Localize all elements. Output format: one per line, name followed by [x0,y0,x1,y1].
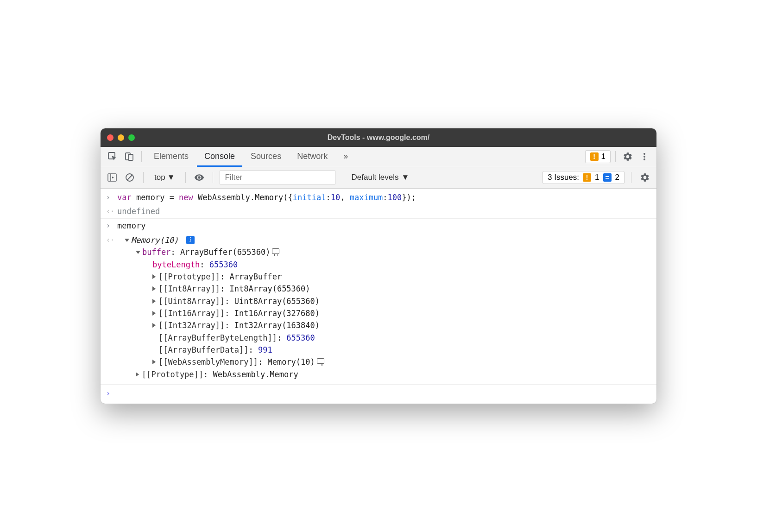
object-property[interactable]: byteLength: 655360 [117,259,651,271]
info-icon: = [603,173,612,182]
window-title: DevTools - www.google.com/ [101,133,656,142]
warnings-badge[interactable]: ! 1 [585,150,611,163]
info-badge-icon[interactable]: i [186,236,195,244]
console-output-row: ‹· undefined [101,204,656,219]
console-input-row: › memory [101,219,656,233]
memory-inspector-icon[interactable] [272,248,279,254]
maximize-window-button[interactable] [128,134,135,141]
divider [141,151,142,162]
output-prompt-icon: ‹· [106,205,117,217]
object-property[interactable]: [[WebAssemblyMemory]]: Memory(10) [117,356,651,368]
svg-rect-2 [128,154,133,160]
show-console-sidebar-icon[interactable] [105,171,119,184]
console-live-prompt[interactable]: › [101,384,656,400]
tab-console[interactable]: Console [197,147,242,167]
expand-toggle-icon[interactable] [152,360,156,364]
warnings-count: 1 [601,152,606,161]
title-bar: DevTools - www.google.com/ [101,128,656,147]
object-property[interactable]: [[ArrayBufferByteLength]]: 655360 [117,332,651,344]
chevron-down-icon: ▼ [167,173,175,182]
divider [631,172,631,183]
expand-toggle-icon[interactable] [152,311,156,316]
svg-point-5 [643,158,645,160]
devtools-window: DevTools - www.google.com/ Elements Cons… [101,128,656,404]
traffic-lights [107,134,135,141]
object-header[interactable]: Memory(10) i [117,234,651,246]
device-toolbar-icon[interactable] [122,149,137,164]
clear-console-icon[interactable] [123,171,137,184]
expand-toggle-icon[interactable] [152,323,156,328]
divider [615,151,616,162]
console-code[interactable]: var memory = new WebAssembly.Memory({ini… [117,191,651,203]
close-window-button[interactable] [107,134,114,141]
console-result-row: ‹· Memory(10) i buffer: ArrayBuffer(6553… [101,233,656,381]
svg-point-3 [643,153,645,155]
filter-input[interactable] [220,171,335,184]
object-property[interactable]: [[Int8Array]]: Int8Array(655360) [117,283,651,295]
context-label: top [154,173,165,182]
object-property[interactable]: [[Prototype]]: WebAssembly.Memory [117,368,651,380]
tab-elements[interactable]: Elements [146,147,196,167]
memory-inspector-icon[interactable] [317,358,324,364]
console-settings-icon[interactable] [638,171,652,184]
input-prompt-icon: › [106,220,117,231]
issues-info-count: 2 [615,173,619,182]
object-property[interactable]: [[Int16Array]]: Int16Array(327680) [117,307,651,319]
issues-warn-count: 1 [595,173,599,182]
issues-label: 3 Issues: [548,173,579,182]
expand-toggle-icon[interactable] [152,286,156,291]
console-output: › var memory = new WebAssembly.Memory({i… [101,189,656,404]
object-property[interactable]: [[Prototype]]: ArrayBuffer [117,271,651,283]
inspect-element-icon[interactable] [105,149,120,164]
issues-badge[interactable]: 3 Issues: ! 1 = 2 [543,171,625,184]
tabs-overflow[interactable]: » [336,147,355,167]
expand-toggle-icon[interactable] [136,251,140,254]
divider [143,172,144,183]
levels-label: Default levels [351,173,398,182]
object-property[interactable]: buffer: ArrayBuffer(655360) [117,246,651,258]
divider [213,172,213,183]
chevron-down-icon: ▼ [402,173,410,182]
more-menu-icon[interactable] [637,149,652,164]
live-expression-icon[interactable] [192,171,206,184]
object-property[interactable]: [[Int32Array]]: Int32Array(163840) [117,319,651,331]
input-prompt-icon: › [106,191,117,203]
expand-toggle-icon[interactable] [152,274,156,279]
expand-toggle-icon[interactable] [125,239,129,242]
svg-point-4 [643,156,645,158]
execution-context-selector[interactable]: top ▼ [150,171,179,184]
divider [185,172,186,183]
tab-sources[interactable]: Sources [243,147,289,167]
console-input-row: › var memory = new WebAssembly.Memory({i… [101,190,656,204]
undefined-value: undefined [117,207,160,216]
svg-line-8 [127,175,132,180]
main-toolbar: Elements Console Sources Network » ! 1 [101,147,656,167]
settings-icon[interactable] [620,149,635,164]
object-property[interactable]: [[Uint8Array]]: Uint8Array(655360) [117,295,651,307]
output-prompt-icon: ‹· [106,234,117,246]
expand-toggle-icon[interactable] [152,299,156,304]
minimize-window-button[interactable] [118,134,124,141]
panel-tabs: Elements Console Sources Network » [146,147,355,167]
warning-icon: ! [583,173,591,182]
console-code[interactable]: memory [117,221,145,230]
tab-network[interactable]: Network [290,147,335,167]
warning-icon: ! [590,152,599,161]
expand-toggle-icon[interactable] [136,372,139,377]
object-property[interactable]: [[ArrayBufferData]]: 991 [117,344,651,356]
console-toolbar: top ▼ Default levels ▼ 3 Issues: ! 1 = 2 [101,167,656,189]
input-prompt-icon: › [106,387,117,399]
log-levels-selector[interactable]: Default levels ▼ [347,171,413,184]
